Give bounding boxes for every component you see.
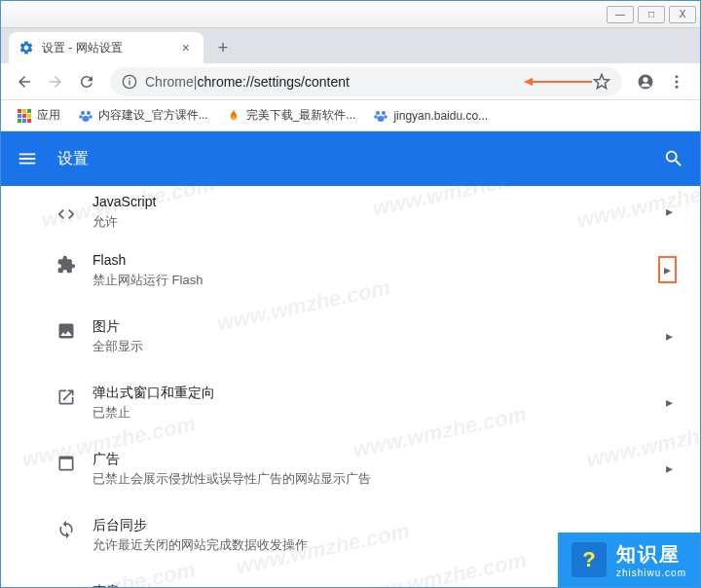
svg-rect-1 (129, 80, 129, 85)
menu-button[interactable] (663, 68, 690, 95)
setting-label: Flash (92, 250, 658, 270)
toolbar: Chrome | chrome://settings/content (1, 63, 700, 100)
annotation-arrow-icon (519, 72, 597, 92)
sound-icon (55, 585, 77, 587)
info-icon (122, 74, 137, 90)
sync-icon (55, 519, 77, 540)
bookmarks-bar: 应用 内容建设_官方课件... 完美下载_最新软件... jingyan.bai… (1, 100, 700, 131)
forward-button[interactable] (42, 68, 69, 95)
bookmark-label: jingyan.baidu.co... (393, 109, 488, 123)
setting-label: JavaScript (92, 192, 662, 211)
svg-point-19 (81, 111, 85, 115)
bookmark-label: 完美下载_最新软件... (246, 107, 356, 124)
svg-rect-14 (22, 114, 26, 118)
bookmark-item[interactable]: 内容建设_官方课件... (72, 103, 214, 128)
chevron-right-icon: ▸ (662, 390, 677, 414)
paw-icon (78, 108, 93, 124)
back-button[interactable] (11, 68, 38, 95)
profile-icon[interactable] (632, 68, 659, 95)
setting-label: 后台同步 (92, 515, 662, 534)
close-tab-icon[interactable]: × (178, 40, 194, 55)
browser-window: — □ X 设置 - 网站设置 × + Chrome | chrome://se… (0, 0, 701, 588)
setting-label: 图片 (92, 316, 662, 336)
setting-label: 弹出式窗口和重定向 (92, 383, 662, 402)
svg-marker-4 (524, 78, 533, 86)
new-tab-button[interactable]: + (209, 34, 237, 61)
setting-sublabel: 全部显示 (92, 338, 662, 355)
close-window-button[interactable]: X (669, 6, 696, 23)
svg-point-9 (676, 85, 679, 88)
brand-name: 知识屋 (616, 541, 686, 568)
svg-point-20 (87, 111, 91, 115)
setting-sublabel: 允许 (92, 213, 662, 231)
puzzle-icon (55, 254, 77, 276)
hamburger-icon[interactable] (17, 148, 38, 169)
browser-tab[interactable]: 设置 - 网站设置 × (9, 32, 203, 63)
svg-rect-18 (27, 119, 31, 123)
minimize-button[interactable]: — (607, 6, 634, 23)
svg-rect-17 (22, 119, 26, 123)
settings-header: 设置 (1, 131, 700, 186)
setting-row-popup[interactable]: 弹出式窗口和重定向已禁止▸ (1, 369, 700, 435)
chevron-right-icon: ▸ (662, 200, 677, 223)
brand-url: zhishiwu.com (616, 568, 686, 578)
apps-button[interactable]: 应用 (11, 103, 66, 128)
svg-point-22 (89, 115, 92, 119)
svg-rect-15 (27, 114, 31, 118)
svg-point-26 (375, 115, 379, 119)
svg-point-27 (385, 115, 388, 119)
tab-title: 设置 - 网站设置 (42, 40, 178, 56)
setting-sublabel: 禁止网站运行 Flash (92, 272, 658, 289)
svg-point-6 (643, 77, 647, 82)
settings-content[interactable]: www.wmzhe.comwww.wmzhe.comwww.wmzhe.comw… (1, 186, 700, 587)
svg-point-21 (79, 115, 83, 119)
apps-label: 应用 (37, 107, 60, 124)
setting-row-image[interactable]: 图片全部显示▸ (1, 303, 700, 369)
flame-icon (226, 108, 241, 124)
search-icon[interactable] (663, 148, 684, 169)
popup-icon (55, 386, 77, 408)
header-title: 设置 (57, 149, 663, 169)
svg-rect-10 (18, 109, 21, 113)
setting-row-puzzle[interactable]: Flash禁止网站运行 Flash▸ (1, 237, 700, 303)
chevron-right-icon: ▸ (662, 324, 677, 348)
bookmark-star-icon[interactable] (593, 73, 610, 91)
setting-sublabel: 已禁止 (92, 404, 662, 422)
paw-icon (373, 108, 388, 124)
window-titlebar: — □ X (1, 1, 700, 28)
gear-icon (18, 40, 34, 55)
setting-sublabel: 已禁止会展示侵扰性或误导性广告的网站显示广告 (92, 470, 662, 488)
svg-point-8 (676, 80, 679, 83)
svg-point-23 (83, 116, 90, 122)
chevron-right-icon: ▸ (658, 256, 677, 283)
ads-icon (55, 453, 77, 474)
address-bar[interactable]: Chrome | chrome://settings/content (110, 67, 622, 96)
bookmark-label: 内容建设_官方课件... (98, 107, 208, 124)
svg-rect-13 (18, 114, 21, 118)
bookmark-item[interactable]: jingyan.baidu.co... (367, 104, 494, 128)
code-icon (55, 203, 77, 225)
svg-point-24 (376, 111, 380, 115)
brand-logo-icon: ? (572, 542, 607, 577)
svg-point-7 (676, 75, 679, 78)
svg-point-25 (382, 111, 386, 115)
setting-row-ads[interactable]: 广告已禁止会展示侵扰性或误导性广告的网站显示广告▸ (1, 435, 700, 501)
reload-button[interactable] (73, 68, 100, 95)
svg-rect-16 (18, 119, 21, 123)
tab-strip: 设置 - 网站设置 × + (1, 28, 700, 63)
svg-rect-2 (129, 78, 129, 79)
bookmark-item[interactable]: 完美下载_最新软件... (220, 103, 362, 128)
maximize-button[interactable]: □ (638, 6, 665, 23)
setting-label: 广告 (92, 449, 662, 468)
chevron-right-icon: ▸ (662, 457, 677, 480)
image-icon (55, 320, 77, 342)
svg-rect-11 (22, 109, 26, 113)
svg-point-28 (378, 116, 385, 122)
setting-row-code[interactable]: JavaScript允许▸ (1, 186, 700, 237)
svg-rect-12 (27, 109, 31, 113)
brand-badge: ? 知识屋 zhishiwu.com (558, 533, 700, 587)
apps-icon (17, 108, 32, 124)
url-text: Chrome | chrome://settings/content (145, 74, 350, 90)
